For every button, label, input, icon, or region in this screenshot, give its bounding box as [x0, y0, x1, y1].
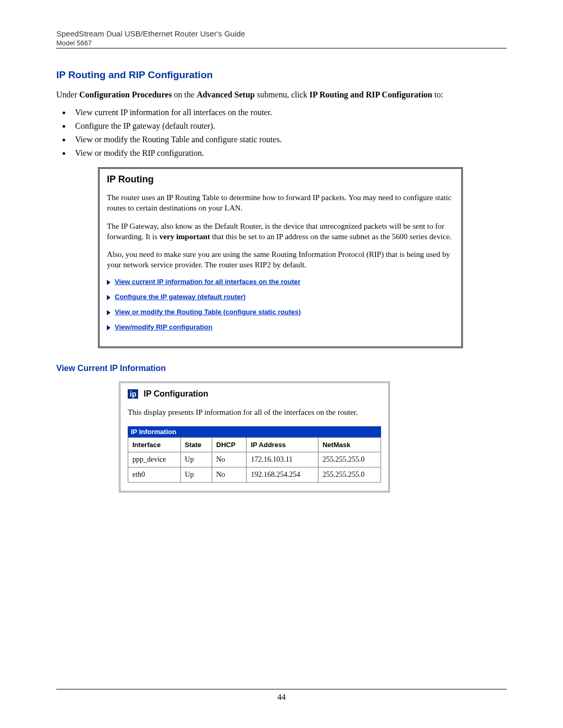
ip-config-title: IP Configuration: [143, 389, 208, 399]
intro-text: on the: [172, 90, 197, 99]
page-header: SpeedStream Dual USB/Ethernet Router Use…: [56, 29, 507, 48]
header-title: SpeedStream Dual USB/Ethernet Router Use…: [56, 29, 507, 38]
intro-bold-1: Configuration Procedures: [79, 90, 172, 99]
bullet-item: View or modify the RIP configuration.: [71, 149, 507, 158]
arrow-icon: [107, 280, 111, 285]
ip-config-description: This display presents IP information for…: [128, 408, 381, 417]
th-ip: IP Address: [247, 437, 319, 452]
table-row: eth0 Up No 192.168.254.254 255.255.255.0: [128, 467, 381, 482]
cell-ip: 172.16.103.11: [247, 452, 319, 467]
arrow-icon: [107, 325, 111, 330]
panel-link-row: View or modify the Routing Table (config…: [107, 308, 454, 316]
th-dhcp: DHCP: [212, 437, 246, 452]
ip-configuration-panel: ip IP Configuration This display present…: [119, 381, 390, 492]
link-configure-gateway[interactable]: Configure the IP gateway (default router…: [115, 293, 246, 301]
intro-text: submenu, click: [255, 90, 310, 99]
subheading-view-ip: View Current IP Information: [56, 364, 507, 373]
arrow-icon: [107, 310, 111, 315]
panel-paragraph-2: The IP Gateway, also know as the Default…: [107, 221, 454, 242]
cell-netmask: 255.255.255.0: [318, 452, 381, 467]
arrow-icon: [107, 295, 111, 300]
ip-information-table: Interface State DHCP IP Address NetMask …: [128, 437, 381, 483]
footer-divider: [56, 689, 507, 689]
cell-interface: ppp_device: [128, 452, 181, 467]
intro-paragraph: Under Configuration Procedures on the Ad…: [56, 90, 507, 100]
cell-state: Up: [180, 452, 212, 467]
link-view-ip-info[interactable]: View current IP information for all inte…: [115, 278, 300, 286]
table-row: ppp_device Up No 172.16.103.11 255.255.2…: [128, 452, 381, 467]
link-rip-config[interactable]: View/modify RIP configuration: [115, 323, 212, 331]
page-number: 44: [0, 693, 563, 702]
section-heading: IP Routing and RIP Configuration: [56, 69, 507, 81]
bullet-item: View or modify the Routing Table and con…: [71, 135, 507, 144]
th-netmask: NetMask: [318, 437, 381, 452]
bullet-list: View current IP information for all inte…: [71, 108, 507, 158]
table-header-row: Interface State DHCP IP Address NetMask: [128, 437, 381, 452]
th-interface: Interface: [128, 437, 181, 452]
bullet-item: View current IP information for all inte…: [71, 108, 507, 117]
ip-badge-icon: ip: [128, 389, 138, 399]
page: SpeedStream Dual USB/Ethernet Router Use…: [0, 0, 563, 728]
panel-paragraph-1: The router uses an IP Routing Table to d…: [107, 192, 454, 214]
intro-bold-3: IP Routing and RIP Configuration: [310, 90, 433, 99]
bullet-item: Configure the IP gateway (default router…: [71, 121, 507, 131]
panel-link-row: View current IP information for all inte…: [107, 278, 454, 286]
panel-link-row: Configure the IP gateway (default router…: [107, 293, 454, 301]
cell-dhcp: No: [212, 467, 246, 482]
link-routing-table[interactable]: View or modify the Routing Table (config…: [115, 308, 301, 316]
intro-text: Under: [56, 90, 79, 99]
cell-ip: 192.168.254.254: [247, 467, 319, 482]
ip-config-header: ip IP Configuration: [128, 389, 381, 399]
intro-text: to:: [432, 90, 443, 99]
panel-p2-post: that this be set to an IP address on the…: [210, 232, 452, 241]
ip-routing-panel: IP Routing The router uses an IP Routing…: [98, 167, 463, 348]
cell-state: Up: [180, 467, 212, 482]
cell-interface: eth0: [128, 467, 181, 482]
panel-p2-bold: very important: [160, 232, 210, 241]
panel-paragraph-3: Also, you need to make sure you are usin…: [107, 249, 454, 270]
intro-bold-2: Advanced Setup: [197, 90, 255, 99]
panel-link-list: View current IP information for all inte…: [107, 278, 454, 331]
panel-heading: IP Routing: [107, 174, 454, 185]
cell-netmask: 255.255.255.0: [318, 467, 381, 482]
panel-link-row: View/modify RIP configuration: [107, 323, 454, 331]
header-model: Model 5667: [56, 39, 507, 47]
ip-information-bar: IP Information: [128, 426, 381, 437]
cell-dhcp: No: [212, 452, 246, 467]
th-state: State: [180, 437, 212, 452]
